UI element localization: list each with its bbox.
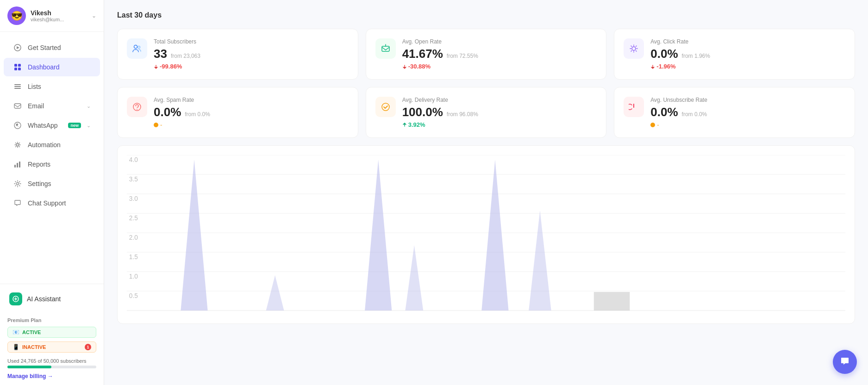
svg-text:2.0: 2.0 <box>129 234 138 241</box>
sidebar-item-label: Settings <box>28 180 91 187</box>
stat-label: Avg. Unsubscribe Rate <box>650 97 845 103</box>
stat-value-row: 0.0% from 0.0% <box>650 105 845 119</box>
stat-card-avg-delivery-rate: Avg. Delivery Rate 100.0% from 96.08% 3.… <box>366 87 607 138</box>
stat-from-label: from 0.0% <box>682 111 707 118</box>
stat-from-label: from 23,063 <box>171 53 200 59</box>
stat-main-value: 100.0% <box>402 105 443 119</box>
settings-icon <box>13 179 22 188</box>
avg-open-rate-icon-box <box>375 38 396 59</box>
stat-main-value: 33 <box>154 47 167 61</box>
avg-unsubscribe-rate-icon-box <box>624 97 644 117</box>
chevron-down-icon: ⌄ <box>92 12 96 19</box>
stat-info: Avg. Open Rate 41.67% from 72.55% -30.88… <box>402 38 597 70</box>
stat-main-value: 0.0% <box>154 105 181 119</box>
stat-change-value: - <box>154 121 162 128</box>
active-badge-label: ACTIVE <box>22 329 41 335</box>
nav-section: Get Started Dashboard Lists Email ⌄ <box>0 32 104 284</box>
svg-point-23 <box>382 103 389 111</box>
svg-text:1.5: 1.5 <box>129 254 138 261</box>
sidebar-item-get-started[interactable]: Get Started <box>4 38 100 57</box>
user-info: Vikesh vikesh@kum... <box>31 9 87 22</box>
sidebar-item-dashboard[interactable]: Dashboard <box>4 58 100 76</box>
email-active-icon: 📧 <box>12 329 19 335</box>
avg-spam-rate-icon-box <box>127 97 147 117</box>
user-name: Vikesh <box>31 9 87 17</box>
svg-point-22 <box>137 109 137 110</box>
subscribers-progress-fill <box>7 366 51 368</box>
svg-marker-43 <box>365 160 392 310</box>
svg-point-11 <box>17 144 19 146</box>
ai-assistant-item[interactable]: AI Assistant <box>6 288 98 310</box>
sidebar-item-lists[interactable]: Lists <box>4 77 100 96</box>
chart-container: 4.0 3.5 3.0 2.5 2.0 1.5 1.0 0.5 <box>117 145 855 324</box>
ai-assistant-section: AI Assistant <box>0 284 104 314</box>
plan-title: Premium Plan <box>7 317 96 323</box>
email-icon <box>13 101 22 111</box>
chevron-down-icon: ⌄ <box>87 123 91 129</box>
svg-text:4.0: 4.0 <box>129 156 138 163</box>
stat-value-row: 0.0% from 0.0% <box>154 105 349 119</box>
stat-info: Avg. Delivery Rate 100.0% from 96.08% 3.… <box>402 97 597 128</box>
get-started-icon <box>13 43 22 52</box>
subscribers-progress-bar <box>7 366 96 368</box>
sidebar-item-whatsapp[interactable]: WhatsApp new ⌄ <box>4 116 100 135</box>
stat-label: Avg. Click Rate <box>650 38 845 45</box>
svg-text:3.0: 3.0 <box>129 195 138 202</box>
stat-change-value: -1.96% <box>650 63 675 70</box>
svg-marker-44 <box>405 245 423 310</box>
svg-rect-47 <box>594 292 630 310</box>
inactive-badge-label: INACTIVE <box>22 344 46 350</box>
stat-label: Avg. Delivery Rate <box>402 97 597 103</box>
sidebar-item-automation[interactable]: Automation <box>4 136 100 154</box>
stat-main-value: 0.0% <box>650 105 678 119</box>
svg-text:2.5: 2.5 <box>129 215 138 222</box>
sidebar-item-reports[interactable]: Reports <box>4 155 100 174</box>
automation-icon <box>13 140 22 149</box>
stat-card-avg-unsubscribe-rate: Avg. Unsubscribe Rate 0.0% from 0.0% - <box>614 87 855 138</box>
stat-from-label: from 96.08% <box>447 111 478 118</box>
total-subscribers-icon-box <box>127 38 147 59</box>
sidebar-item-email[interactable]: Email ⌄ <box>4 97 100 115</box>
svg-point-17 <box>134 45 137 49</box>
avg-click-rate-icon-box <box>624 38 644 59</box>
svg-rect-4 <box>14 68 17 70</box>
stat-label: Avg. Open Rate <box>402 38 597 45</box>
whatsapp-inactive-icon: 📱 <box>12 344 19 350</box>
dashboard-icon <box>13 62 22 72</box>
svg-marker-1 <box>17 46 19 49</box>
svg-rect-14 <box>19 161 20 168</box>
svg-marker-46 <box>529 211 551 310</box>
stat-from-label: from 1.96% <box>682 53 710 59</box>
stats-grid-row1: Total Subscribers 33 from 23,063 -99.86% <box>117 29 855 80</box>
svg-rect-9 <box>14 104 21 108</box>
chat-fab-button[interactable] <box>833 350 857 374</box>
svg-rect-5 <box>18 68 21 70</box>
subscribers-info: Used 24,765 of 50,000 subscribers <box>7 358 96 364</box>
sidebar-item-settings[interactable]: Settings <box>4 174 100 193</box>
svg-point-18 <box>138 46 140 49</box>
stat-change-value: -99.86% <box>154 63 182 70</box>
avatar-emoji: 😎 <box>7 6 26 25</box>
new-badge: new <box>68 123 81 128</box>
sidebar: 😎 Vikesh vikesh@kum... ⌄ Get Started Das… <box>0 0 104 385</box>
svg-text:1.0: 1.0 <box>129 273 138 280</box>
stat-value-row: 41.67% from 72.55% <box>402 47 597 61</box>
sidebar-item-label: Automation <box>28 141 91 149</box>
svg-point-15 <box>17 183 19 185</box>
svg-rect-19 <box>382 46 389 51</box>
stat-label: Total Subscribers <box>154 38 349 45</box>
stats-grid-row2: Avg. Spam Rate 0.0% from 0.0% - Avg. <box>117 87 855 138</box>
svg-rect-12 <box>14 165 16 168</box>
whatsapp-icon <box>13 121 22 130</box>
stat-change-row: -1.96% <box>650 63 845 70</box>
sidebar-item-chat-support[interactable]: Chat Support <box>4 194 100 212</box>
stat-value-row: 100.0% from 96.08% <box>402 105 597 119</box>
sidebar-item-label: Dashboard <box>28 63 91 71</box>
manage-billing-link[interactable]: Manage billing → <box>7 373 96 379</box>
stat-change-row: 3.92% <box>402 121 597 128</box>
stat-change-row: -99.86% <box>154 63 349 70</box>
stat-from-label: from 0.0% <box>185 111 210 118</box>
svg-rect-8 <box>14 88 21 89</box>
user-profile[interactable]: 😎 Vikesh vikesh@kum... ⌄ <box>0 0 104 32</box>
ai-assistant-label: AI Assistant <box>27 295 61 303</box>
